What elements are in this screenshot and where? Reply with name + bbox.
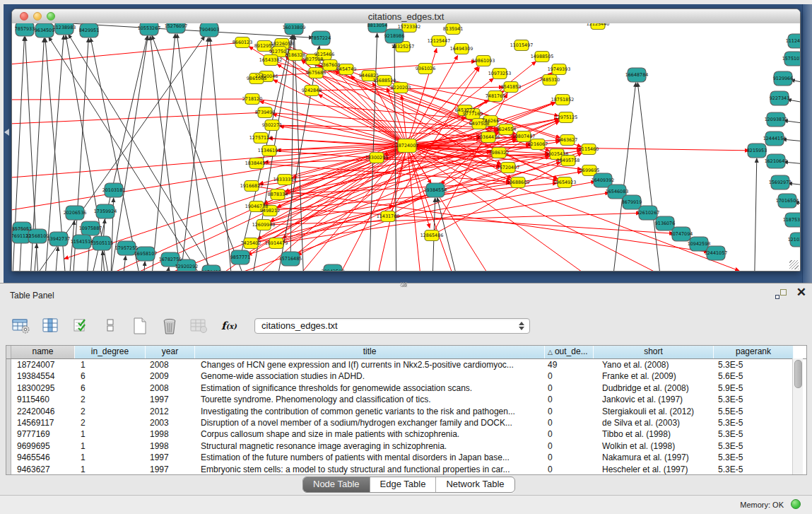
table-cell[interactable]: Tibbo et al. (1998) — [594, 428, 714, 440]
table-cell[interactable]: 0 — [545, 394, 594, 405]
table-cell[interactable]: 9115460 — [11, 394, 75, 405]
table-row[interactable]: 946554611997Estimation of the future num… — [6, 452, 806, 463]
panel-collapse-arrow-icon[interactable] — [4, 129, 9, 136]
table-cell[interactable]: 5.5E-5 — [714, 406, 794, 417]
table-cell[interactable]: 1 — [75, 440, 146, 452]
table-cell[interactable]: 19384554 — [11, 370, 75, 382]
graph-edge[interactable] — [12, 112, 265, 124]
tab-node-table[interactable]: Node Table — [303, 477, 370, 492]
table-cell[interactable]: 9465546 — [11, 452, 75, 463]
function-builder-button[interactable]: f(x) — [219, 316, 239, 336]
table-cell[interactable]: 9463627 — [11, 464, 75, 475]
table-cell[interactable]: Corpus callosum shape and size in male p… — [195, 428, 545, 440]
window-resize-grip[interactable] — [789, 260, 799, 269]
table-cell[interactable]: 5.3E-5 — [714, 359, 794, 370]
table-cell[interactable]: 1 — [75, 452, 146, 463]
table-row[interactable]: 969969511998Structural magnetic resonanc… — [6, 440, 806, 452]
memory-ok-icon[interactable] — [791, 499, 801, 509]
table-cell[interactable]: Genome-wide association studies in ADHD. — [195, 370, 545, 382]
tab-edge-table[interactable]: Edge Table — [370, 477, 436, 492]
table-cell[interactable]: 0 — [545, 370, 594, 382]
table-cell[interactable]: 18724007 — [11, 359, 75, 370]
table-cell[interactable]: 1998 — [146, 440, 195, 452]
column-header-in-degree[interactable]: in_degree — [75, 346, 146, 358]
table-cell[interactable]: 1997 — [146, 394, 195, 405]
table-cell[interactable]: Embryonic stem cells: a model to study s… — [195, 464, 545, 475]
table-column-button[interactable] — [41, 316, 61, 336]
table-cell[interactable]: Nakamura et al. (1997) — [594, 452, 714, 463]
graph-edge[interactable] — [210, 37, 234, 271]
table-cell[interactable]: 1 — [75, 428, 146, 440]
table-cell[interactable]: Wolkin et al. (1998) — [594, 440, 714, 452]
table-cell[interactable]: 1 — [75, 464, 146, 475]
graph-edge[interactable] — [336, 71, 407, 146]
table-cell[interactable]: 6 — [75, 370, 146, 382]
graph-edge[interactable] — [150, 36, 184, 271]
table-row[interactable]: 977716911998Corpus callosum shape and si… — [6, 428, 806, 440]
table-row[interactable]: 1830029562008Estimation of significance … — [6, 382, 806, 394]
table-row[interactable]: 1456911722003Disruption of a novel membe… — [6, 417, 806, 428]
table-cell[interactable]: 2 — [75, 394, 146, 405]
table-cell[interactable]: 0 — [545, 464, 594, 475]
table-cell[interactable]: 9777169 — [11, 428, 75, 440]
graph-edge[interactable] — [610, 83, 636, 271]
table-cell[interactable]: 5.3E-5 — [714, 440, 794, 452]
table-cell[interactable]: 5.6E-5 — [714, 370, 794, 382]
table-cell[interactable]: 0 — [545, 406, 594, 417]
table-vertical-scrollbar[interactable] — [792, 358, 803, 474]
network-canvas-svg[interactable]: 1872400786601238912955182260589127503165… — [12, 23, 800, 271]
table-cell[interactable]: 1997 — [146, 464, 195, 475]
table-cell[interactable]: de Silva et al. (2003) — [594, 417, 714, 428]
table-cell[interactable]: 0 — [545, 440, 594, 452]
table-cell[interactable]: 5.9E-5 — [714, 382, 794, 394]
table-row[interactable]: 911546021997Tourette syndrome. Phenomeno… — [6, 394, 806, 405]
table-cell[interactable]: 2009 — [146, 370, 195, 382]
table-cell[interactable]: 0 — [545, 428, 594, 440]
table-cell[interactable]: Hescheler et al. (1997) — [594, 464, 714, 475]
table-cell[interactable]: Estimation of the future numbers of pati… — [195, 452, 545, 463]
graph-edge[interactable] — [12, 99, 252, 100]
close-panel-icon[interactable]: ✕ — [796, 286, 806, 300]
graph-edge[interactable] — [33, 244, 37, 271]
table-row[interactable]: 1938455462009Genome-wide association stu… — [6, 370, 806, 382]
table-cell[interactable]: 1 — [75, 359, 146, 370]
table-cell[interactable]: Structural magnetic resonance image aver… — [195, 440, 545, 452]
column-header-title[interactable]: title — [195, 346, 545, 358]
merge-rows-button[interactable] — [100, 316, 120, 336]
float-panel-icon[interactable] — [775, 289, 787, 299]
new-table-button[interactable] — [130, 316, 150, 336]
graph-edge[interactable] — [319, 95, 407, 146]
table-cell[interactable]: Jankovic et al. (1997) — [594, 394, 714, 405]
table-cell[interactable]: 0 — [545, 452, 594, 463]
table-cell[interactable]: 1998 — [146, 428, 195, 440]
graph-edge[interactable] — [754, 158, 757, 271]
table-cell[interactable]: 2 — [75, 406, 146, 417]
table-cell[interactable]: Investigating the contribution of common… — [195, 406, 545, 417]
select-rows-button[interactable] — [71, 316, 90, 336]
table-settings-button[interactable] — [11, 316, 31, 336]
graph-edge[interactable] — [142, 149, 589, 271]
table-cell[interactable]: 2012 — [146, 406, 195, 417]
table-row[interactable]: 2242004622012Investigating the contribut… — [6, 406, 806, 417]
column-header-short[interactable]: short — [594, 346, 714, 358]
table-cell[interactable]: Tourette syndrome. Phenomenology and cla… — [195, 394, 545, 405]
table-cell[interactable]: 5.3E-5 — [714, 394, 794, 405]
table-cell[interactable]: 2008 — [146, 359, 195, 370]
table-cell[interactable]: 1997 — [146, 452, 195, 463]
column-header-name[interactable]: name — [11, 346, 75, 358]
table-cell[interactable]: 2003 — [146, 417, 195, 428]
table-cell[interactable]: Franke et al. (2009) — [594, 370, 714, 382]
table-row[interactable]: 1872400712008Changes of HCN gene express… — [6, 359, 806, 370]
scrollbar-thumb[interactable] — [794, 360, 802, 388]
table-cell[interactable]: Disruption of a novel member of a sodium… — [195, 417, 545, 428]
table-cell[interactable]: 0 — [545, 417, 594, 428]
column-header-pagerank[interactable]: pagerank — [714, 346, 794, 358]
tab-network-table[interactable]: Network Table — [435, 477, 514, 492]
table-row[interactable]: 946362711997Embryonic stem cells: a mode… — [6, 464, 806, 475]
table-cell[interactable]: 2 — [75, 417, 146, 428]
table-cell[interactable]: Stergiakouli et al. (2012) — [594, 406, 714, 417]
graph-edge[interactable] — [163, 267, 169, 271]
table-cell[interactable]: 5.3E-5 — [714, 464, 794, 475]
network-canvas[interactable]: 1872400786601238912955182260589127503165… — [12, 23, 800, 271]
table-cell[interactable]: 49 — [545, 359, 594, 370]
